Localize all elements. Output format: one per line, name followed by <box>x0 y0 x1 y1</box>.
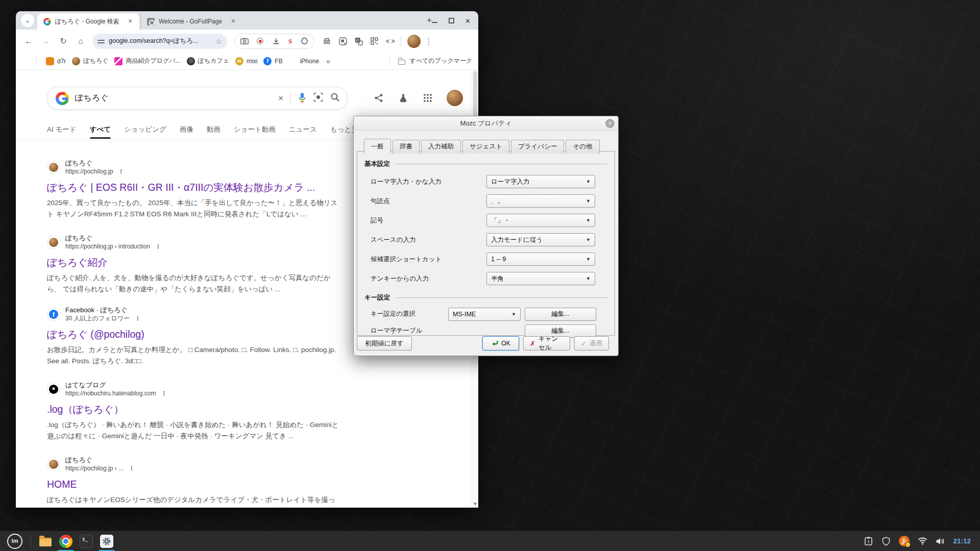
result-menu-icon[interactable]: ⋮ <box>161 389 166 397</box>
bookmarks-overflow-icon[interactable]: » <box>326 57 330 65</box>
reset-defaults-button[interactable]: 初期値に戻す <box>357 336 412 350</box>
back-button[interactable]: ← <box>21 34 36 49</box>
extensions-puzzle-icon[interactable] <box>300 37 309 45</box>
qr-extension-icon[interactable] <box>370 37 379 45</box>
browser-tab[interactable]: ぽちろぐ - Google 検索 × <box>37 13 139 30</box>
result-header[interactable]: * はてなブログ https://nobuchiru.hatenablog.co… <box>47 381 340 397</box>
result-url[interactable]: https://pochilog.jp › ...⋮ <box>65 464 134 472</box>
result-menu-icon[interactable]: ⋮ <box>155 242 161 251</box>
mozc-tab[interactable]: 一般 <box>364 139 391 154</box>
dialog-close-icon[interactable]: × <box>605 119 615 128</box>
result-menu-icon[interactable]: ⋮ <box>118 167 124 176</box>
clear-search-icon[interactable]: × <box>278 93 283 104</box>
new-tab-button[interactable]: + <box>427 15 432 26</box>
home-button[interactable]: ⌂ <box>73 34 88 49</box>
apply-button[interactable]: ✓ 適用 <box>574 336 609 350</box>
result-url[interactable]: https://nobuchiru.hatenablog.com⋮ <box>65 389 166 397</box>
result-title-link[interactable]: ぽちろぐ (@pochilog) <box>47 328 340 341</box>
browser-menu-icon[interactable]: ⋮ <box>423 37 434 46</box>
scrollbar-down-icon[interactable]: ▼ <box>472 501 478 507</box>
profile-avatar[interactable] <box>407 35 421 48</box>
bookmark-item[interactable]: 商品紹介ブログパ... <box>111 55 183 67</box>
update-manager-icon[interactable]: ! <box>863 536 873 546</box>
terminal-app-button[interactable]: $_ <box>76 531 96 551</box>
seo-extension-icon[interactable]: S <box>288 37 292 45</box>
result-header[interactable]: ぽちろぐ https://pochilog.jp › introduction⋮ <box>47 234 340 251</box>
share-icon[interactable] <box>373 92 384 104</box>
result-header[interactable]: ぽちろぐ https://pochilog.jp › ...⋮ <box>47 456 340 472</box>
result-site-name[interactable]: ぽちろぐ <box>65 159 124 167</box>
result-title-link[interactable]: HOME <box>47 478 340 491</box>
search-submit-icon[interactable] <box>330 92 340 104</box>
files-app-button[interactable] <box>35 531 56 551</box>
cancel-button[interactable]: ✗ キャンセル <box>523 336 570 350</box>
download-extension-icon[interactable] <box>272 37 280 45</box>
minimize-button[interactable] <box>432 18 437 23</box>
labs-flask-icon[interactable] <box>398 92 409 104</box>
mozc-tab[interactable]: プライバシー <box>511 140 564 154</box>
search-tab[interactable]: すべて <box>90 125 111 139</box>
result-site-name[interactable]: はてなブログ <box>65 381 166 389</box>
setting-dropdown[interactable]: 1 -- 9 ▼ <box>486 253 595 266</box>
google-search-box[interactable]: ぽちろぐ × <box>47 87 348 110</box>
ok-button[interactable]: OK <box>482 336 519 350</box>
mozc-tab[interactable]: 辞書 <box>393 140 420 154</box>
gofullpage-camera-icon[interactable] <box>240 37 249 45</box>
result-title-link[interactable]: ぽちろぐ紹介 <box>47 256 340 269</box>
result-site-name[interactable]: ぽちろぐ <box>65 234 161 242</box>
apps-grid-icon[interactable] <box>22 58 29 65</box>
bookmark-item[interactable]: d7r <box>43 56 69 67</box>
code-extension-icon[interactable]: < > <box>386 37 395 45</box>
result-header[interactable]: ぽちろぐ https://pochilog.jp⋮ <box>47 159 340 176</box>
result-url[interactable]: 30 人以上のフォロワー⋮ <box>65 314 140 322</box>
settings-app-button[interactable] <box>96 531 117 551</box>
key-config-dropdown[interactable]: MS-IME ▼ <box>448 308 521 321</box>
result-title-link[interactable]: ぽちろぐ | EOS R6II・GR III・α7IIIの実体験お散歩カメラ .… <box>47 181 340 194</box>
tab-close-icon[interactable]: × <box>229 17 237 26</box>
search-tab[interactable]: ニュース <box>289 125 317 139</box>
setting-dropdown[interactable]: ローマ字入力 ▼ <box>486 175 595 188</box>
result-title-link[interactable]: .log（ぽちろぐ） <box>47 403 340 416</box>
clock[interactable]: 21:12 <box>953 537 971 545</box>
ime-indicator[interactable]: あ <box>899 536 910 546</box>
result-site-name[interactable]: ぽちろぐ <box>65 456 134 464</box>
bookmark-item[interactable]: iPhone <box>286 56 322 67</box>
setting-dropdown[interactable]: 入力モードに従う ▼ <box>486 233 595 246</box>
search-tab[interactable]: AI モード <box>47 125 77 139</box>
translate-extension-icon[interactable]: G <box>354 37 363 45</box>
search-tab[interactable]: 動画 <box>207 125 220 139</box>
setting-dropdown[interactable]: 、。 ▼ <box>486 194 595 208</box>
bookmark-star-icon[interactable]: ☆ <box>215 37 222 45</box>
search-tab[interactable]: ショート動画 <box>234 125 276 139</box>
key-config-edit-button[interactable]: 編集... <box>525 308 596 321</box>
site-settings-icon[interactable] <box>97 38 105 45</box>
address-bar[interactable]: google.com/search?q=ぽちろ... ☆ <box>92 34 227 49</box>
lens-extension-icon[interactable] <box>338 37 347 45</box>
search-query-text[interactable]: ぽちろぐ <box>75 93 272 104</box>
google-apps-grid-icon[interactable] <box>422 92 433 104</box>
voice-search-icon[interactable] <box>298 92 306 105</box>
dialog-title-bar[interactable]: Mozc プロパティ × <box>354 116 618 131</box>
tab-search-button[interactable]: ⌄ <box>21 14 34 27</box>
setting-dropdown[interactable]: 半角 ▼ <box>486 272 595 285</box>
result-menu-icon[interactable]: ⋮ <box>135 314 140 322</box>
tab-close-icon[interactable]: × <box>126 17 134 26</box>
setting-dropdown[interactable]: 「」・ ▼ <box>486 214 595 227</box>
reload-button[interactable]: ↻ <box>56 34 71 49</box>
window-close-button[interactable]: × <box>465 18 471 23</box>
forward-button[interactable]: → <box>38 34 54 49</box>
maximize-button[interactable] <box>449 18 454 23</box>
mozc-tab[interactable]: サジェスト <box>462 140 509 154</box>
bookmark-item[interactable]: f FB <box>260 56 285 67</box>
wifi-icon[interactable] <box>917 536 927 546</box>
result-site-name[interactable]: Facebook · ぽちろぐ <box>65 306 140 314</box>
result-menu-icon[interactable]: ⋮ <box>129 464 134 472</box>
mozc-tab[interactable]: その他 <box>566 140 599 154</box>
bookmark-item[interactable]: ぽちカフェ <box>184 55 232 67</box>
account-avatar[interactable] <box>447 90 463 106</box>
result-url[interactable]: https://pochilog.jp › introduction⋮ <box>65 242 161 251</box>
result-url[interactable]: https://pochilog.jp⋮ <box>65 167 124 176</box>
bookmark-item[interactable]: ぽちろぐ <box>69 55 111 67</box>
result-header[interactable]: f Facebook · ぽちろぐ 30 人以上のフォロワー⋮ <box>47 306 340 322</box>
firewall-shield-icon[interactable] <box>881 536 891 546</box>
